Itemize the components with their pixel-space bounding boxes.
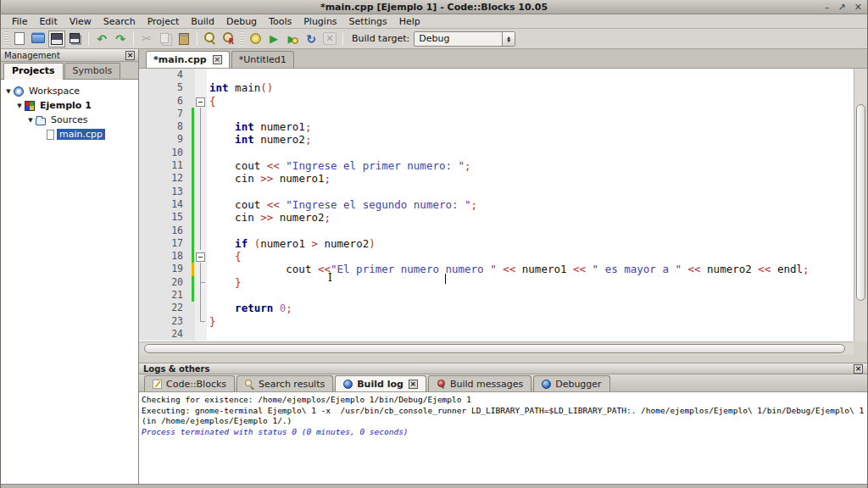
- run-icon[interactable]: [265, 30, 282, 47]
- fold-marker-icon[interactable]: [195, 95, 207, 108]
- fold-marker-icon[interactable]: [195, 133, 207, 146]
- fold-marker-icon[interactable]: [195, 289, 207, 302]
- tab-close-icon[interactable]: ×: [213, 55, 222, 64]
- code-line[interactable]: 15 cin >> numero2;: [139, 211, 854, 224]
- fold-marker-icon[interactable]: [195, 302, 207, 314]
- fold-marker-icon[interactable]: [195, 250, 207, 263]
- code-line[interactable]: 21: [139, 289, 854, 302]
- redo-icon[interactable]: [112, 30, 129, 47]
- replace-icon[interactable]: [220, 30, 237, 47]
- new-file-icon[interactable]: [11, 30, 28, 47]
- code-line[interactable]: 10: [139, 147, 854, 159]
- code-line[interactable]: 20 }: [139, 276, 854, 289]
- menu-project[interactable]: Project: [142, 15, 186, 28]
- copy-icon[interactable]: [157, 30, 174, 47]
- editor-horizontal-scrollbar[interactable]: [139, 341, 854, 355]
- expand-arrow-icon[interactable]: ▼: [26, 117, 35, 124]
- abort-icon[interactable]: [321, 30, 338, 47]
- code-line[interactable]: 6{: [139, 95, 854, 108]
- find-icon[interactable]: [202, 30, 219, 47]
- code-line[interactable]: 16: [139, 225, 854, 237]
- tab-main-cpp[interactable]: *main.cpp ×: [146, 51, 230, 68]
- menu-file[interactable]: File: [6, 15, 33, 28]
- code-line[interactable]: 18 {: [139, 250, 854, 263]
- save-icon[interactable]: [48, 30, 65, 47]
- toolbar-grip[interactable]: [4, 31, 8, 47]
- code-line[interactable]: 11 cout << "Ingrese el primer numero: ";: [139, 159, 854, 172]
- fold-marker-icon[interactable]: [195, 172, 207, 185]
- paste-icon[interactable]: [175, 30, 192, 47]
- tab-build-log[interactable]: Build log ×: [335, 375, 426, 391]
- code-line[interactable]: 7: [139, 108, 854, 120]
- title-bar[interactable]: *main.cpp [Ejemplo 1] - Code::Blocks 10.…: [1, 0, 867, 14]
- menu-view[interactable]: View: [64, 15, 97, 28]
- fold-marker-icon[interactable]: [195, 159, 207, 172]
- tab-debugger[interactable]: Debugger: [533, 375, 609, 391]
- menu-plugins[interactable]: Plugins: [298, 15, 342, 28]
- logs-close-icon[interactable]: ×: [854, 364, 863, 374]
- undo-icon[interactable]: [93, 30, 110, 47]
- tab-projects[interactable]: Projects: [3, 63, 64, 80]
- close-icon[interactable]: ✕: [854, 3, 862, 12]
- tab-close-icon[interactable]: ×: [409, 380, 418, 389]
- tree-item-main-cpp[interactable]: main.cpp: [1, 127, 138, 141]
- tab-symbols[interactable]: Symbols: [64, 63, 121, 79]
- code-line[interactable]: 22 return 0;: [139, 302, 854, 314]
- code-line[interactable]: 12 cin >> numero1;: [139, 172, 854, 185]
- save-all-icon[interactable]: [67, 30, 84, 47]
- tree-item-workspace[interactable]: ▼Workspace: [1, 84, 138, 98]
- hscroll-thumb[interactable]: [144, 344, 845, 353]
- menu-search[interactable]: Search: [97, 15, 142, 28]
- fold-marker-icon[interactable]: [195, 108, 207, 120]
- code-line[interactable]: 9 int numero2;: [139, 133, 854, 146]
- fold-marker-icon[interactable]: [195, 211, 207, 224]
- code-line[interactable]: 13: [139, 186, 854, 198]
- menu-help[interactable]: Help: [393, 15, 426, 28]
- code-line[interactable]: 23}: [139, 315, 854, 328]
- code-line[interactable]: 4: [139, 69, 854, 81]
- code-editor[interactable]: 45int main()6{78 int numero1;9 int numer…: [139, 69, 854, 341]
- code-line[interactable]: 24: [139, 328, 854, 341]
- fold-marker-icon[interactable]: [195, 276, 207, 289]
- rebuild-icon[interactable]: [303, 30, 320, 47]
- fold-marker-icon[interactable]: [195, 315, 207, 328]
- build-log-output[interactable]: Checking for existence: /home/ejemplos/E…: [139, 392, 867, 484]
- menu-debug[interactable]: Debug: [220, 15, 263, 28]
- fold-marker-icon[interactable]: [195, 263, 207, 275]
- fold-marker-icon[interactable]: [195, 147, 207, 159]
- fold-marker-icon[interactable]: [195, 186, 207, 198]
- menu-tools[interactable]: Tools: [263, 15, 298, 28]
- minimize-icon[interactable]: –: [825, 3, 830, 12]
- tab-codeblocks-log[interactable]: Code::Blocks: [144, 375, 235, 391]
- fold-marker-icon[interactable]: [195, 120, 207, 133]
- menu-settings[interactable]: Settings: [343, 15, 393, 28]
- cut-icon[interactable]: [138, 30, 155, 47]
- expand-arrow-icon[interactable]: ▼: [15, 103, 24, 109]
- code-line[interactable]: 8 int numero1;: [139, 120, 854, 133]
- code-line[interactable]: 14 cout << "Ingrese el segundo numero: "…: [139, 198, 854, 211]
- build-run-icon[interactable]: [284, 30, 301, 47]
- fold-marker-icon[interactable]: [195, 237, 207, 250]
- menu-edit[interactable]: Edit: [33, 15, 63, 28]
- tree-item-ejemplo-1[interactable]: ▼Ejemplo 1: [1, 98, 138, 113]
- management-close-icon[interactable]: ×: [125, 51, 135, 60]
- code-line[interactable]: 19 cout <<"El primer numero numero " << …: [139, 263, 854, 275]
- tab-search-results[interactable]: Search results: [236, 375, 333, 391]
- tree-item-sources[interactable]: ▼Sources: [1, 113, 138, 127]
- tab-untitled1[interactable]: *Untitled1: [231, 51, 294, 68]
- compile-icon[interactable]: [247, 30, 264, 47]
- fold-marker-icon[interactable]: [195, 198, 207, 211]
- build-target-select[interactable]: Debug ▲▼: [414, 31, 515, 47]
- tab-build-messages[interactable]: Build messages: [428, 375, 531, 391]
- open-icon[interactable]: [30, 30, 47, 47]
- menu-build[interactable]: Build: [185, 15, 220, 28]
- maximize-icon[interactable]: ↗: [838, 3, 846, 12]
- vscroll-thumb[interactable]: [856, 104, 865, 301]
- editor-vertical-scrollbar[interactable]: [854, 69, 867, 341]
- fold-marker-icon[interactable]: [195, 225, 207, 237]
- panel-splitter[interactable]: [139, 355, 867, 363]
- expand-arrow-icon[interactable]: ▼: [4, 88, 13, 95]
- code-line[interactable]: 5int main(): [139, 81, 854, 94]
- code-line[interactable]: 17 if (numero1 > numero2): [139, 237, 854, 250]
- spinner-arrows-icon[interactable]: ▲▼: [502, 32, 515, 46]
